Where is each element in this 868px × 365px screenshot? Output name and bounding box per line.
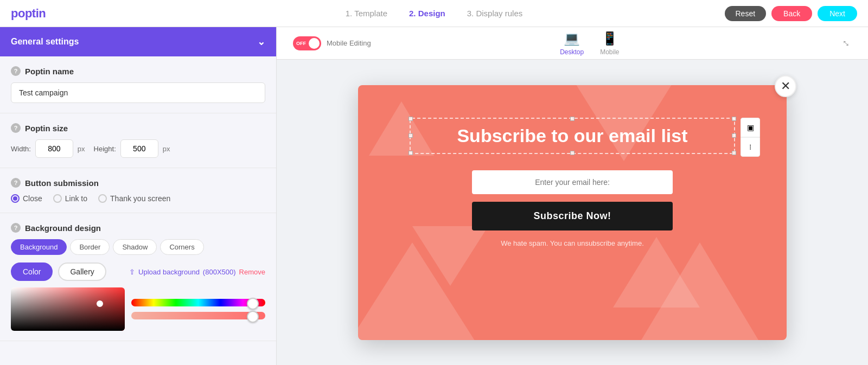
popup-close-button[interactable]: ✕ — [775, 75, 796, 97]
next-button[interactable]: Next — [818, 6, 857, 21]
button-submission-section: ? Button submission Close Link to Thank … — [0, 168, 276, 213]
background-design-section: ? Background design Background Border Sh… — [0, 213, 276, 341]
selection-actions: ▣ ⁝ — [741, 118, 760, 157]
handle-top-left[interactable] — [409, 117, 413, 121]
radio-group-submission: Close Link to Thank you screen — [11, 194, 265, 203]
color-sliders — [131, 287, 265, 331]
handle-top-middle[interactable] — [570, 117, 575, 121]
chevron-down-icon[interactable]: ⌄ — [257, 36, 265, 48]
radio-thank-you-label: Thank you screen — [110, 194, 170, 203]
copy-element-button[interactable]: ▣ — [741, 118, 760, 137]
height-label: Height: — [94, 145, 116, 153]
gallery-button[interactable]: Gallery — [58, 262, 106, 281]
color-gradient[interactable] — [11, 287, 125, 331]
device-icons: 💻 Desktop 📱 Mobile — [560, 31, 619, 56]
handle-middle-left[interactable] — [409, 133, 413, 138]
handle-bottom-middle[interactable] — [570, 151, 575, 155]
color-button[interactable]: Color — [11, 262, 53, 281]
desktop-icon: 💻 — [564, 31, 580, 46]
radio-link-to-label: Link to — [65, 194, 87, 203]
width-group: Width: px — [11, 139, 85, 158]
height-px-label: px — [163, 145, 170, 153]
panel-title: General settings — [11, 37, 79, 47]
bg-tab-corners[interactable]: Corners — [160, 239, 203, 255]
alpha-slider[interactable] — [131, 312, 265, 319]
handle-bottom-left[interactable] — [409, 151, 413, 155]
toggle-knob — [309, 38, 320, 49]
handle-bottom-right[interactable] — [732, 151, 736, 155]
handle-middle-right[interactable] — [732, 133, 736, 138]
right-panel: OFF Mobile Editing 💻 Desktop 📱 Mobile ↔ — [277, 27, 868, 365]
left-panel: General settings ⌄ ? Poptin name ? Popti… — [0, 27, 277, 365]
nav-step-template: 1. Template — [346, 9, 387, 18]
nav-steps: 1. Template 2. Design 3. Display rules — [346, 9, 523, 18]
radio-dot-close — [11, 194, 20, 203]
nav-buttons: Reset Back Next — [725, 6, 858, 21]
subscribe-button[interactable]: Subscribe Now! — [472, 202, 673, 230]
poptin-name-input[interactable] — [11, 82, 265, 103]
poptin-name-label-row: ? Poptin name — [11, 66, 265, 76]
preview-toolbar: OFF Mobile Editing 💻 Desktop 📱 Mobile ↔ — [277, 27, 868, 60]
poptin-size-section: ? Poptin size Width: px Height: px — [0, 113, 276, 168]
expand-icon[interactable]: ↔ — [838, 35, 854, 51]
logo: poptin — [11, 7, 46, 21]
width-px-label: px — [78, 145, 85, 153]
height-input[interactable] — [120, 139, 158, 158]
reset-button[interactable]: Reset — [725, 6, 767, 21]
radio-close[interactable]: Close — [11, 194, 42, 203]
resize-element-button[interactable]: ⁝ — [741, 137, 760, 157]
popup-container: ✕ Subscribe — [358, 85, 787, 340]
radio-dot-thank-you — [98, 194, 107, 203]
desktop-label: Desktop — [560, 48, 584, 56]
radio-thank-you[interactable]: Thank you screen — [98, 194, 170, 203]
help-icon-poptin-name: ? — [11, 66, 21, 76]
top-nav: poptin 1. Template 2. Design 3. Display … — [0, 0, 868, 27]
bg-tabs: Background Border Shadow Corners — [11, 239, 265, 255]
back-button[interactable]: Back — [771, 6, 812, 21]
mobile-icon: 📱 — [602, 31, 618, 46]
hue-slider[interactable] — [131, 299, 265, 306]
bg-tab-border[interactable]: Border — [70, 239, 110, 255]
mobile-editing-toggle[interactable]: OFF — [293, 36, 321, 50]
upload-icon: ⇧ — [129, 268, 135, 276]
bg-design-label: Background design — [25, 223, 101, 233]
bg-design-label-row: ? Background design — [11, 223, 265, 233]
mobile-editing-label: Mobile Editing — [327, 39, 371, 47]
width-label: Width: — [11, 145, 31, 153]
button-submission-label-row: ? Button submission — [11, 178, 265, 188]
desktop-device-button[interactable]: 💻 Desktop — [560, 31, 584, 56]
poptin-name-label: Poptin name — [25, 67, 74, 76]
main-layout: General settings ⌄ ? Poptin name ? Popti… — [0, 27, 868, 365]
poptin-size-label-row: ? Poptin size — [11, 123, 265, 133]
mobile-label: Mobile — [600, 48, 619, 56]
toggle-off-text: OFF — [296, 41, 306, 46]
upload-bg-size: (800X500) — [203, 268, 236, 276]
button-submission-label: Button submission — [25, 178, 99, 188]
title-selection-box[interactable]: Subscribe to our email list — [410, 118, 735, 154]
poptin-size-label: Poptin size — [25, 124, 68, 133]
remove-label[interactable]: Remove — [239, 268, 265, 276]
radio-close-label: Close — [23, 194, 42, 203]
preview-canvas: ✕ Subscribe — [277, 60, 868, 365]
width-input[interactable] — [35, 139, 73, 158]
help-icon-bg-design: ? — [11, 223, 21, 233]
upload-bg-label: Upload background — [138, 268, 200, 276]
handle-top-right[interactable] — [732, 117, 736, 121]
bg-tab-shadow[interactable]: Shadow — [113, 239, 157, 255]
color-picker-area — [11, 287, 265, 331]
nav-step-display-rules: 3. Display rules — [467, 9, 523, 18]
help-icon-button-submission: ? — [11, 178, 21, 188]
gradient-handle[interactable] — [97, 300, 103, 307]
radio-dot-link-to — [53, 194, 62, 203]
spam-text: We hate spam. You can unsubscribe anytim… — [501, 239, 644, 247]
mobile-device-button[interactable]: 📱 Mobile — [600, 31, 619, 56]
help-icon-poptin-size: ? — [11, 123, 21, 133]
size-row: Width: px Height: px — [11, 139, 265, 158]
upload-background[interactable]: ⇧ Upload background (800X500) Remove — [129, 268, 265, 276]
email-input[interactable] — [472, 170, 673, 194]
bg-tab-background[interactable]: Background — [11, 239, 67, 255]
radio-link-to[interactable]: Link to — [53, 194, 87, 203]
poptin-name-section: ? Poptin name — [0, 56, 276, 113]
popup-content: Subscribe to our email list ▣ ⁝ Subscrib… — [358, 85, 787, 340]
color-gallery-row: Color Gallery ⇧ Upload background (800X5… — [11, 262, 265, 281]
